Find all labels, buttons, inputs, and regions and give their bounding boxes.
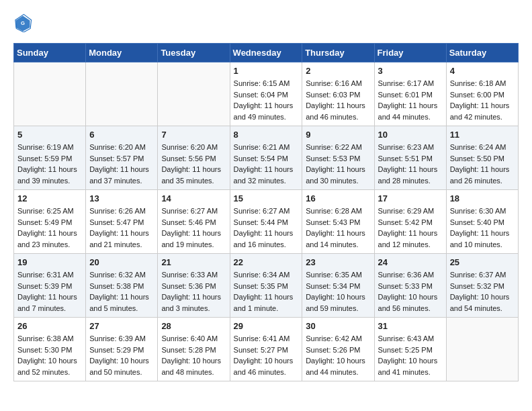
- calendar-cell: 24Sunrise: 6:36 AM Sunset: 5:33 PM Dayli…: [374, 254, 446, 318]
- calendar-cell: [158, 62, 230, 126]
- calendar-cell: 27Sunrise: 6:39 AM Sunset: 5:29 PM Dayli…: [86, 318, 158, 381]
- day-info: Sunrise: 6:34 AM Sunset: 5:35 PM Dayligh…: [234, 269, 299, 314]
- day-info: Sunrise: 6:39 AM Sunset: 5:29 PM Dayligh…: [89, 333, 154, 377]
- day-number: 25: [450, 257, 515, 267]
- day-number: 19: [17, 257, 82, 267]
- calendar-weekday-header: Monday: [86, 44, 158, 62]
- day-info: Sunrise: 6:38 AM Sunset: 5:30 PM Dayligh…: [17, 333, 82, 377]
- day-info: Sunrise: 6:33 AM Sunset: 5:36 PM Dayligh…: [161, 269, 226, 314]
- calendar-cell: 18Sunrise: 6:30 AM Sunset: 5:40 PM Dayli…: [446, 190, 518, 254]
- calendar-weekday-header: Tuesday: [158, 44, 230, 62]
- day-number: 10: [378, 130, 443, 140]
- day-info: Sunrise: 6:42 AM Sunset: 5:26 PM Dayligh…: [306, 333, 370, 377]
- day-info: Sunrise: 6:36 AM Sunset: 5:33 PM Dayligh…: [378, 269, 443, 314]
- page-header: G: [13, 13, 519, 32]
- day-number: 20: [89, 257, 154, 267]
- day-info: Sunrise: 6:21 AM Sunset: 5:54 PM Dayligh…: [234, 142, 299, 186]
- day-number: 24: [378, 257, 443, 267]
- day-info: Sunrise: 6:20 AM Sunset: 5:56 PM Dayligh…: [161, 142, 226, 186]
- calendar-cell: 7Sunrise: 6:20 AM Sunset: 5:56 PM Daylig…: [158, 126, 230, 190]
- calendar-cell: 6Sunrise: 6:20 AM Sunset: 5:57 PM Daylig…: [86, 126, 158, 190]
- day-info: Sunrise: 6:41 AM Sunset: 5:27 PM Dayligh…: [234, 333, 299, 377]
- svg-text:G: G: [21, 20, 25, 26]
- day-number: 31: [378, 321, 443, 331]
- day-info: Sunrise: 6:27 AM Sunset: 5:44 PM Dayligh…: [234, 205, 299, 250]
- calendar-cell: [14, 62, 86, 126]
- day-number: 23: [306, 257, 370, 267]
- day-number: 16: [306, 193, 370, 203]
- calendar-cell: 19Sunrise: 6:31 AM Sunset: 5:39 PM Dayli…: [14, 254, 86, 318]
- day-number: 1: [234, 66, 299, 76]
- day-number: 11: [450, 130, 515, 140]
- day-info: Sunrise: 6:40 AM Sunset: 5:28 PM Dayligh…: [161, 333, 226, 377]
- calendar-cell: 30Sunrise: 6:42 AM Sunset: 5:26 PM Dayli…: [302, 318, 374, 381]
- calendar-weekday-header: Thursday: [302, 44, 374, 62]
- calendar-cell: 11Sunrise: 6:24 AM Sunset: 5:50 PM Dayli…: [446, 126, 518, 190]
- day-number: 27: [89, 321, 154, 331]
- day-number: 18: [450, 193, 515, 203]
- calendar-table: SundayMondayTuesdayWednesdayThursdayFrid…: [13, 43, 519, 381]
- calendar-cell: 8Sunrise: 6:21 AM Sunset: 5:54 PM Daylig…: [230, 126, 302, 190]
- calendar-week-row: 12Sunrise: 6:25 AM Sunset: 5:49 PM Dayli…: [14, 190, 519, 254]
- calendar-cell: 3Sunrise: 6:17 AM Sunset: 6:01 PM Daylig…: [374, 62, 446, 126]
- calendar-cell: 16Sunrise: 6:28 AM Sunset: 5:43 PM Dayli…: [302, 190, 374, 254]
- calendar-cell: 21Sunrise: 6:33 AM Sunset: 5:36 PM Dayli…: [158, 254, 230, 318]
- day-number: 13: [89, 193, 154, 203]
- calendar-week-row: 26Sunrise: 6:38 AM Sunset: 5:30 PM Dayli…: [14, 318, 519, 381]
- logo: G: [13, 13, 35, 32]
- calendar-cell: 31Sunrise: 6:43 AM Sunset: 5:25 PM Dayli…: [374, 318, 446, 381]
- day-info: Sunrise: 6:15 AM Sunset: 6:04 PM Dayligh…: [234, 78, 299, 122]
- day-info: Sunrise: 6:30 AM Sunset: 5:40 PM Dayligh…: [450, 205, 515, 250]
- day-info: Sunrise: 6:32 AM Sunset: 5:38 PM Dayligh…: [89, 269, 154, 314]
- day-info: Sunrise: 6:37 AM Sunset: 5:32 PM Dayligh…: [450, 269, 515, 314]
- day-number: 15: [234, 193, 299, 203]
- day-number: 28: [161, 321, 226, 331]
- day-number: 22: [234, 257, 299, 267]
- calendar-week-row: 5Sunrise: 6:19 AM Sunset: 5:59 PM Daylig…: [14, 126, 519, 190]
- calendar-cell: 23Sunrise: 6:35 AM Sunset: 5:34 PM Dayli…: [302, 254, 374, 318]
- day-info: Sunrise: 6:19 AM Sunset: 5:59 PM Dayligh…: [17, 142, 82, 186]
- calendar-weekday-header: Friday: [374, 44, 446, 62]
- day-number: 30: [306, 321, 370, 331]
- day-info: Sunrise: 6:27 AM Sunset: 5:46 PM Dayligh…: [161, 205, 226, 250]
- day-number: 26: [17, 321, 82, 331]
- calendar-cell: 2Sunrise: 6:16 AM Sunset: 6:03 PM Daylig…: [302, 62, 374, 126]
- calendar-cell: 14Sunrise: 6:27 AM Sunset: 5:46 PM Dayli…: [158, 190, 230, 254]
- day-info: Sunrise: 6:22 AM Sunset: 5:53 PM Dayligh…: [306, 142, 370, 186]
- day-number: 17: [378, 193, 443, 203]
- calendar-cell: 12Sunrise: 6:25 AM Sunset: 5:49 PM Dayli…: [14, 190, 86, 254]
- day-info: Sunrise: 6:29 AM Sunset: 5:42 PM Dayligh…: [378, 205, 443, 250]
- calendar-cell: 28Sunrise: 6:40 AM Sunset: 5:28 PM Dayli…: [158, 318, 230, 381]
- day-info: Sunrise: 6:25 AM Sunset: 5:49 PM Dayligh…: [17, 205, 82, 250]
- calendar-header-row: SundayMondayTuesdayWednesdayThursdayFrid…: [14, 44, 519, 62]
- calendar-cell: 26Sunrise: 6:38 AM Sunset: 5:30 PM Dayli…: [14, 318, 86, 381]
- calendar-weekday-header: Wednesday: [230, 44, 302, 62]
- day-info: Sunrise: 6:31 AM Sunset: 5:39 PM Dayligh…: [17, 269, 82, 314]
- calendar-cell: 25Sunrise: 6:37 AM Sunset: 5:32 PM Dayli…: [446, 254, 518, 318]
- calendar-cell: 1Sunrise: 6:15 AM Sunset: 6:04 PM Daylig…: [230, 62, 302, 126]
- day-info: Sunrise: 6:18 AM Sunset: 6:00 PM Dayligh…: [450, 78, 515, 122]
- calendar-cell: 4Sunrise: 6:18 AM Sunset: 6:00 PM Daylig…: [446, 62, 518, 126]
- logo-icon: G: [13, 13, 32, 32]
- calendar-week-row: 1Sunrise: 6:15 AM Sunset: 6:04 PM Daylig…: [14, 62, 519, 126]
- day-info: Sunrise: 6:26 AM Sunset: 5:47 PM Dayligh…: [89, 205, 154, 250]
- day-number: 5: [17, 130, 82, 140]
- day-number: 7: [161, 130, 226, 140]
- calendar-cell: [446, 318, 518, 381]
- day-info: Sunrise: 6:43 AM Sunset: 5:25 PM Dayligh…: [378, 333, 443, 377]
- day-number: 14: [161, 193, 226, 203]
- calendar-cell: 5Sunrise: 6:19 AM Sunset: 5:59 PM Daylig…: [14, 126, 86, 190]
- calendar-weekday-header: Saturday: [446, 44, 518, 62]
- calendar-cell: 22Sunrise: 6:34 AM Sunset: 5:35 PM Dayli…: [230, 254, 302, 318]
- day-number: 21: [161, 257, 226, 267]
- day-number: 8: [234, 130, 299, 140]
- day-info: Sunrise: 6:23 AM Sunset: 5:51 PM Dayligh…: [378, 142, 443, 186]
- calendar-cell: 17Sunrise: 6:29 AM Sunset: 5:42 PM Dayli…: [374, 190, 446, 254]
- day-info: Sunrise: 6:16 AM Sunset: 6:03 PM Dayligh…: [306, 78, 370, 122]
- calendar-week-row: 19Sunrise: 6:31 AM Sunset: 5:39 PM Dayli…: [14, 254, 519, 318]
- calendar-cell: 10Sunrise: 6:23 AM Sunset: 5:51 PM Dayli…: [374, 126, 446, 190]
- day-info: Sunrise: 6:17 AM Sunset: 6:01 PM Dayligh…: [378, 78, 443, 122]
- calendar-cell: 20Sunrise: 6:32 AM Sunset: 5:38 PM Dayli…: [86, 254, 158, 318]
- day-info: Sunrise: 6:35 AM Sunset: 5:34 PM Dayligh…: [306, 269, 370, 314]
- day-number: 12: [17, 193, 82, 203]
